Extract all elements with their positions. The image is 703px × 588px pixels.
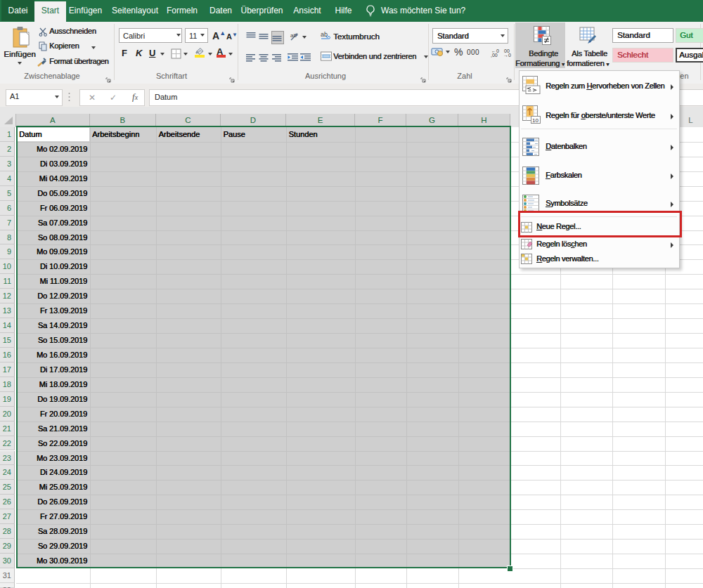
svg-text:10: 10 bbox=[532, 117, 538, 124]
svg-text:ab: ab bbox=[290, 32, 297, 39]
svg-text:,00: ,00 bbox=[491, 53, 498, 58]
svg-text:→0: →0 bbox=[503, 53, 511, 58]
